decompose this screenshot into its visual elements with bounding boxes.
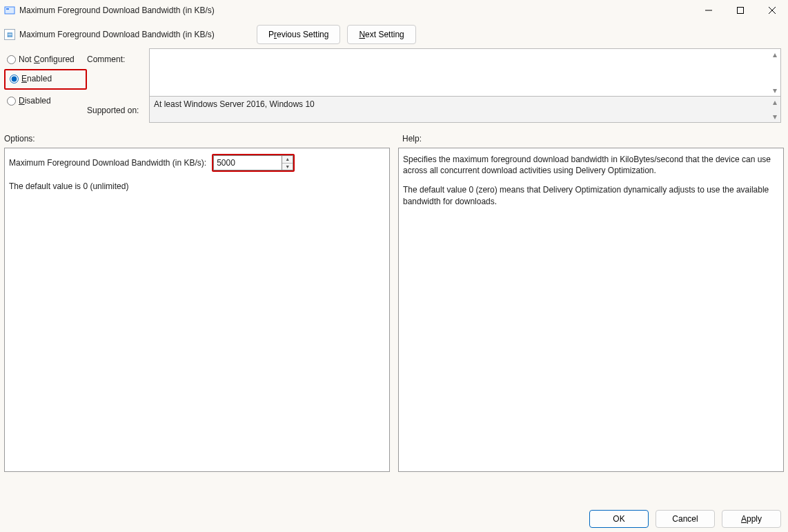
radio-not-configured-input[interactable] — [7, 55, 16, 64]
help-paragraph-1: Specifies the maximum foreground downloa… — [403, 154, 779, 176]
supported-on-box: At least Windows Server 2016, Windows 10… — [149, 97, 781, 123]
help-pane: Specifies the maximum foreground downloa… — [398, 148, 784, 472]
svg-rect-1 — [6, 8, 9, 10]
previous-setting-button[interactable]: Previous Setting — [257, 25, 340, 44]
radio-not-configured[interactable]: Not Configured — [4, 51, 87, 68]
next-setting-button[interactable]: Next Setting — [347, 25, 415, 44]
svg-rect-0 — [5, 7, 14, 14]
minimize-button[interactable] — [693, 0, 725, 21]
supported-on-label: Supported on: — [87, 102, 149, 119]
bandwidth-spinner[interactable]: ▲ ▼ — [282, 155, 293, 170]
policy-title: Maximum Foreground Download Bandwidth (i… — [19, 30, 257, 39]
maximize-button[interactable] — [725, 0, 756, 21]
app-icon — [4, 5, 15, 16]
dialog-footer: OK Cancel Apply — [589, 510, 781, 528]
state-radio-group: Not Configured Enabled Disabled — [4, 48, 87, 123]
scroll-up-icon[interactable]: ▴ — [770, 97, 780, 107]
window-controls — [693, 0, 788, 21]
window-title: Maximum Foreground Download Bandwidth (i… — [19, 6, 693, 15]
supported-on-text: At least Windows Server 2016, Windows 10 — [154, 99, 315, 109]
cancel-button[interactable]: Cancel — [656, 510, 715, 528]
svg-rect-3 — [738, 8, 744, 14]
options-pane: Maximum Foreground Download Bandwidth (i… — [4, 148, 390, 472]
title-bar: Maximum Foreground Download Bandwidth (i… — [0, 0, 788, 21]
scroll-down-icon[interactable]: ▾ — [770, 112, 780, 121]
radio-disabled[interactable]: Disabled — [4, 92, 87, 109]
scroll-up-icon[interactable]: ▴ — [770, 50, 780, 59]
radio-enabled-input[interactable] — [10, 75, 19, 83]
options-heading: Options: — [4, 134, 394, 144]
ok-button[interactable]: OK — [589, 510, 649, 528]
apply-button[interactable]: Apply — [722, 510, 781, 528]
spin-up-icon[interactable]: ▲ — [282, 156, 293, 164]
scroll-down-icon[interactable]: ▾ — [770, 86, 780, 95]
radio-disabled-input[interactable] — [7, 97, 16, 106]
bandwidth-label: Maximum Foreground Download Bandwidth (i… — [9, 158, 206, 168]
comment-label: Comment: — [87, 51, 149, 68]
sub-header: ▤ Maximum Foreground Download Bandwidth … — [0, 21, 788, 48]
radio-enabled[interactable]: Enabled — [7, 70, 83, 87]
bandwidth-input[interactable]: 5000 — [213, 155, 282, 170]
policy-icon: ▤ — [4, 29, 15, 40]
help-heading: Help: — [394, 134, 784, 144]
help-paragraph-2: The default value 0 (zero) means that De… — [403, 184, 779, 206]
comment-textarea[interactable]: ▴ ▾ — [149, 48, 781, 97]
close-button[interactable] — [756, 0, 788, 21]
spin-down-icon[interactable]: ▼ — [282, 164, 293, 170]
default-note: The default value is 0 (unlimited) — [9, 181, 385, 191]
